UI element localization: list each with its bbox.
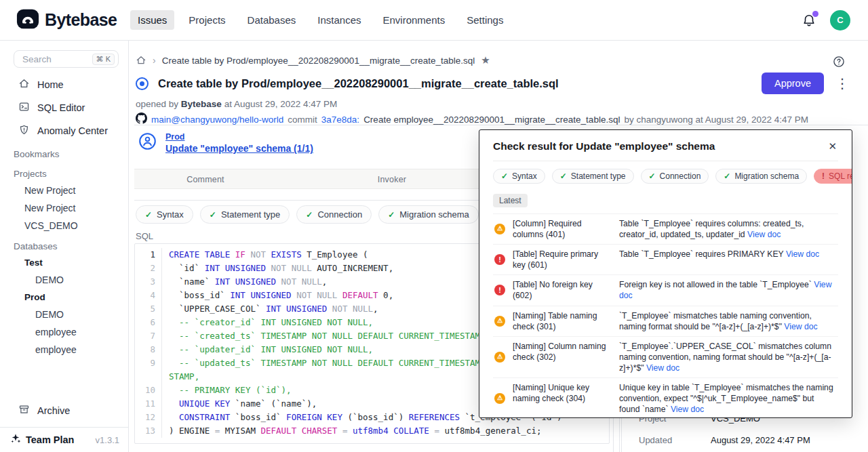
brand-name: Bytebase xyxy=(45,10,117,30)
commit-branch-link[interactable]: main@changyuwong/hello-world xyxy=(151,115,283,125)
sql-section-label: SQL xyxy=(136,231,153,241)
plan-footer: Team Plan v1.3.1 xyxy=(0,427,128,452)
view-doc-link[interactable]: View doc xyxy=(747,230,781,239)
approve-button[interactable]: Approve xyxy=(762,73,824,94)
rule-label: [Naming] Unique key naming check (304) xyxy=(513,382,612,415)
search-box[interactable]: ⌘ K xyxy=(14,50,119,68)
nav-item-settings[interactable]: Settings xyxy=(459,10,511,30)
check-result-row: ⚠[Naming] Unique key naming check (304)U… xyxy=(493,377,838,418)
sql-line: 13) ENGINE = MYISAM DEFAULT CHARSET = ut… xyxy=(135,424,609,438)
bookmark-star-icon[interactable]: ★ xyxy=(481,54,490,66)
sidebar-item-demo[interactable]: DEMO xyxy=(0,271,128,289)
sidebar-item-home[interactable]: Home xyxy=(0,73,128,96)
warning-icon: ⚠ xyxy=(494,224,505,234)
nav-item-issues[interactable]: Issues xyxy=(130,10,174,30)
notifications-bell-icon[interactable] xyxy=(802,12,816,28)
view-doc-link[interactable]: View doc xyxy=(619,280,831,300)
sidebar-item-employee[interactable]: employee xyxy=(0,323,128,341)
modal-check-pills: ✓Syntax✓Statement type✓Connection✓Migrat… xyxy=(493,169,838,184)
line-number: 10 xyxy=(135,384,162,397)
commit-line: main@changyuwong/hello-world commit 3a7e… xyxy=(136,112,808,126)
breadcrumb-home-icon[interactable] xyxy=(136,55,146,66)
sidebar-section-projects: Projects xyxy=(0,162,128,182)
user-avatar[interactable]: C xyxy=(830,10,850,30)
view-doc-link[interactable]: View doc xyxy=(784,322,817,331)
check-pill-migration-schema[interactable]: ✓Migration schema xyxy=(378,205,479,224)
sidebar-item-employee[interactable]: employee xyxy=(0,341,128,358)
sidebar-item-label: Anomaly Center xyxy=(37,125,108,136)
nav-item-environments[interactable]: Environments xyxy=(375,10,452,30)
pill-label: Statement type xyxy=(221,209,280,220)
help-icon[interactable] xyxy=(832,55,846,71)
line-number: 4 xyxy=(135,289,162,302)
stage-task-link[interactable]: Update "employee" schema (1/1) xyxy=(165,143,313,154)
check-pill-migration-schema[interactable]: ✓Migration schema xyxy=(715,169,807,184)
plan-label[interactable]: Team Plan xyxy=(26,434,74,445)
sidebar-item-demo[interactable]: DEMO xyxy=(0,306,128,323)
nav-item-projects[interactable]: Projects xyxy=(181,10,233,30)
check-pill-connection[interactable]: ✓Connection xyxy=(641,169,709,184)
search-shortcut: ⌘ K xyxy=(92,54,115,65)
bytebase-logo-icon xyxy=(16,7,39,33)
rule-label: [Table] No foreign key (602) xyxy=(513,279,612,301)
check-icon: ✓ xyxy=(724,171,730,181)
main-nav: IssuesProjectsDatabasesInstancesEnvironm… xyxy=(130,10,511,30)
check-pill-syntax[interactable]: ✓Syntax xyxy=(136,205,193,224)
sidebar-item-sql-editor[interactable]: SQL Editor xyxy=(0,96,128,119)
view-doc-link[interactable]: View doc xyxy=(671,405,704,414)
pill-label: Migration schema xyxy=(734,171,799,181)
warning-icon: ⚠ xyxy=(494,316,505,327)
sidebar-item-label: SQL Editor xyxy=(37,102,85,113)
nav-item-instances[interactable]: Instances xyxy=(310,10,368,30)
issue-status-icon xyxy=(136,77,149,90)
nav-item-databases[interactable]: Databases xyxy=(240,10,304,30)
archive-label: Archive xyxy=(37,405,70,416)
bytebase-logo[interactable]: Bytebase xyxy=(16,7,130,33)
check-icon: ✓ xyxy=(210,210,216,220)
shield-icon xyxy=(18,124,30,138)
check-result-row: ⚠[Column] Required columns (401)Table `T… xyxy=(493,213,838,244)
line-number: 2 xyxy=(135,262,162,275)
check-icon: ✓ xyxy=(306,210,313,220)
search-input[interactable] xyxy=(21,54,83,65)
check-pill-statement-type[interactable]: ✓Statement type xyxy=(200,205,290,224)
check-pill-sql-review[interactable]: !SQL review xyxy=(814,169,852,184)
stage-env-link[interactable]: Prod xyxy=(165,132,313,142)
app-version: v1.3.1 xyxy=(96,435,119,445)
check-pill-statement-type[interactable]: ✓Statement type xyxy=(552,169,634,184)
warning-icon: ⚠ xyxy=(494,352,505,363)
breadcrumb-issue-link[interactable]: Create table by Prod/employee__202208290… xyxy=(162,56,475,66)
error-icon: ! xyxy=(494,254,505,265)
commit-message: Create employee__202208290001__migrate__… xyxy=(363,115,620,125)
check-pill-syntax[interactable]: ✓Syntax xyxy=(493,169,545,184)
latest-badge: Latest xyxy=(493,194,528,207)
pill-label: SQL review xyxy=(829,171,852,181)
sidebar-item-label: Home xyxy=(37,79,64,90)
archive-icon xyxy=(18,404,30,417)
sidebar-item-prod[interactable]: Prod xyxy=(0,289,128,306)
commit-author: by changyuwong at August 29, 2022 4:47 P… xyxy=(624,115,808,125)
check-result-modal: Check result for Update "employee" schem… xyxy=(479,129,852,418)
sidebar-item-vcs_demo[interactable]: VCS_DEMO xyxy=(0,217,128,234)
commit-sha-link[interactable]: 3a7e8da: xyxy=(321,115,359,125)
view-doc-link[interactable]: View doc xyxy=(646,363,679,373)
sidebar-item-archive[interactable]: Archive xyxy=(0,399,128,422)
sidebar-item-new-project[interactable]: New Project xyxy=(0,199,128,217)
stage-assignee-icon xyxy=(138,132,157,150)
line-number: 7 xyxy=(135,329,162,343)
sidebar-item-new-project[interactable]: New Project xyxy=(0,182,128,199)
divider xyxy=(493,161,838,161)
sidebar-item-test[interactable]: Test xyxy=(0,254,128,271)
pill-label: Syntax xyxy=(512,171,537,181)
check-pill-connection[interactable]: ✓Connection xyxy=(296,205,372,224)
more-actions-icon[interactable]: ⋮ xyxy=(835,77,849,90)
check-result-row: ⚠[Naming] Column naming check (302)`T_Em… xyxy=(493,336,838,377)
view-doc-link[interactable]: View doc xyxy=(786,249,819,259)
sql-icon xyxy=(18,101,30,115)
close-icon[interactable]: ✕ xyxy=(827,139,838,154)
check-result-list: ⚠[Column] Required columns (401)Table `T… xyxy=(493,213,838,418)
issue-creator: Bytebase xyxy=(181,99,222,109)
meta-label-updated: Updated xyxy=(639,435,711,445)
warning-icon: ⚠ xyxy=(494,393,505,404)
sidebar-item-anomaly-center[interactable]: Anomaly Center xyxy=(0,119,128,142)
